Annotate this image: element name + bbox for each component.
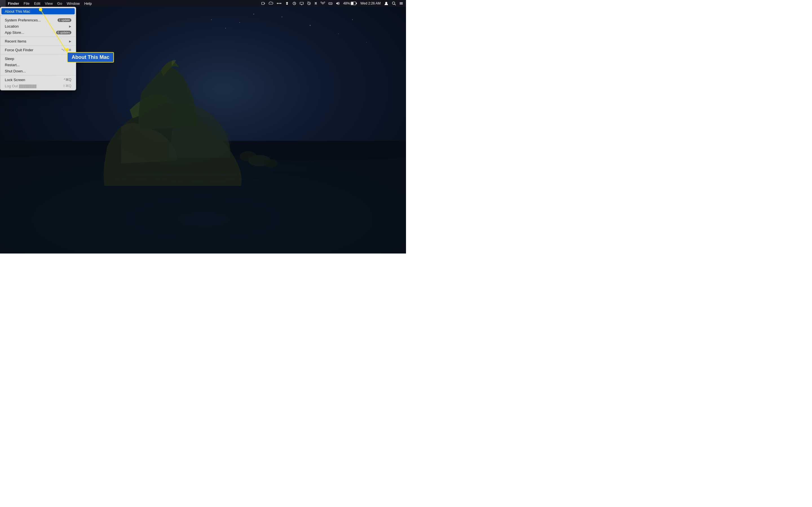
- date-time: Wed 2:26 AM: [360, 1, 380, 5]
- battery-percent-label: 48%: [343, 1, 350, 5]
- svg-rect-27: [351, 2, 354, 5]
- menubar-left: Finder File Edit View Go Window Help: [0, 0, 94, 7]
- menu-item-app-store[interactable]: App Store... 6 updates: [0, 29, 76, 36]
- log-out-shortcut: ⇧⌘Q: [63, 84, 71, 88]
- user-icon[interactable]: [383, 0, 390, 7]
- wifi-icon[interactable]: [319, 0, 326, 7]
- menu-item-location-label: Location: [5, 24, 18, 29]
- menu-item-shutdown-label: Shut Down...: [5, 69, 26, 73]
- svg-point-7: [310, 25, 311, 26]
- menu-separator-1: [0, 15, 76, 16]
- svg-point-3: [264, 159, 278, 168]
- menubar-help[interactable]: Help: [82, 0, 94, 7]
- menu-item-force-quit-label: Force Quit Finder: [5, 48, 33, 52]
- apple-menu-dropdown: About This Mac System Preferences... 1 u…: [0, 7, 76, 91]
- menu-separator-2: [0, 37, 76, 37]
- svg-point-10: [366, 42, 367, 43]
- menu-item-about-label: About This Mac: [5, 9, 30, 13]
- more-icon[interactable]: •••: [275, 0, 283, 7]
- annotation-box: About This Mac: [67, 52, 114, 62]
- svg-point-12: [211, 19, 212, 20]
- svg-point-9: [352, 19, 353, 20]
- menu-item-recent-items-label: Recent Items: [5, 39, 27, 43]
- menubar-right: •••: [260, 0, 406, 7]
- menu-separator-5: [0, 75, 76, 75]
- notification-center-icon[interactable]: [398, 0, 404, 7]
- menu-item-lock-screen-label: Lock Screen: [5, 78, 25, 82]
- menu-item-recent-items[interactable]: Recent Items ▶: [0, 38, 76, 44]
- menu-item-restart-label: Restart...: [5, 63, 20, 67]
- battery-container[interactable]: 48%: [342, 0, 358, 7]
- apple-menu-trigger[interactable]: [0, 0, 6, 7]
- svg-rect-26: [356, 3, 357, 4]
- menubar-finder[interactable]: Finder: [6, 0, 21, 7]
- flux-icon[interactable]: [291, 0, 297, 7]
- svg-point-13: [240, 151, 257, 161]
- volume-icon[interactable]: [335, 0, 341, 7]
- menu-item-location[interactable]: Location ▶: [0, 23, 76, 29]
- menubar-go[interactable]: Go: [55, 0, 64, 7]
- svg-rect-15: [262, 2, 264, 4]
- menu-item-restart[interactable]: Restart...: [0, 62, 76, 68]
- menu-item-log-out-label: Log Out ████████: [5, 84, 36, 88]
- annotation-label: About This Mac: [71, 54, 109, 60]
- menubar-edit[interactable]: Edit: [32, 0, 43, 7]
- svg-point-14: [118, 118, 231, 163]
- datetime-label[interactable]: Wed 2:26 AM: [359, 0, 382, 7]
- menu-item-sleep-label: Sleep: [5, 57, 14, 61]
- dropbox-icon[interactable]: [284, 0, 290, 7]
- svg-point-11: [253, 14, 254, 15]
- svg-marker-16: [264, 3, 265, 4]
- menu-item-system-prefs-label: System Preferences...: [5, 18, 41, 22]
- menu-item-system-prefs[interactable]: System Preferences... 1 update: [0, 17, 76, 23]
- menu-item-about[interactable]: About This Mac: [1, 8, 75, 14]
- menu-item-log-out[interactable]: Log Out ████████ ⇧⌘Q: [0, 83, 76, 89]
- bluetooth-icon[interactable]: [313, 0, 318, 7]
- desktop: Finder File Edit View Go Window Help •••: [0, 0, 406, 253]
- menu-item-app-store-label: App Store...: [5, 31, 24, 35]
- icloud-icon[interactable]: [267, 0, 274, 7]
- force-quit-shortcut: ⌥⌘⊗: [61, 48, 71, 52]
- menu-separator-3: [0, 45, 76, 46]
- screen-recording-icon[interactable]: [260, 0, 266, 7]
- svg-point-8: [338, 34, 339, 34]
- menu-item-force-quit[interactable]: Force Quit Finder ⌥⌘⊗: [0, 47, 76, 53]
- recent-items-submenu-arrow: ▶: [69, 40, 71, 43]
- location-submenu-arrow: ▶: [69, 25, 71, 28]
- menu-item-sleep[interactable]: Sleep: [0, 55, 76, 62]
- menubar: Finder File Edit View Go Window Help •••: [0, 0, 406, 7]
- spotlight-icon[interactable]: [391, 0, 397, 7]
- menubar-view[interactable]: View: [43, 0, 55, 7]
- app-store-badge: 6 updates: [56, 31, 71, 34]
- airplay-icon[interactable]: [299, 0, 305, 7]
- lock-screen-shortcut: ^⌘Q: [64, 78, 71, 82]
- menubar-window[interactable]: Window: [64, 0, 82, 7]
- menu-separator-4: [0, 54, 76, 54]
- svg-point-4: [225, 28, 226, 29]
- system-prefs-badge: 1 update: [57, 18, 71, 22]
- menu-item-lock-screen[interactable]: Lock Screen ^⌘Q: [0, 76, 76, 83]
- keyboard-brightness-icon[interactable]: [327, 0, 334, 7]
- menubar-file[interactable]: File: [21, 0, 32, 7]
- annotation-dot: [39, 8, 42, 11]
- svg-rect-19: [329, 3, 332, 4]
- svg-point-5: [239, 22, 240, 23]
- menu-item-shutdown[interactable]: Shut Down...: [0, 68, 76, 74]
- svg-point-6: [282, 17, 282, 17]
- svg-line-30: [395, 4, 396, 5]
- time-machine-icon[interactable]: [306, 0, 312, 7]
